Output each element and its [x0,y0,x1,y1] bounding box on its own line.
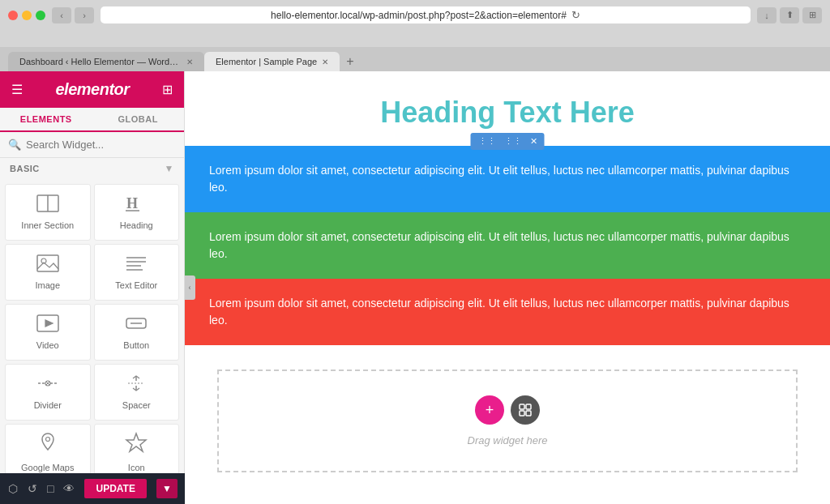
maximize-button[interactable] [36,11,45,20]
google-maps-widget[interactable]: Google Maps [5,424,91,481]
section-settings-icon[interactable]: ⋮⋮ [502,135,524,148]
inner-section-icon [36,194,59,216]
image-label: Image [35,280,60,290]
video-widget[interactable]: Video [5,304,91,361]
traffic-lights [8,11,45,20]
download-icon[interactable]: ↓ [757,7,777,23]
section-toolbar: ⋮⋮ ⋮⋮ ✕ [471,133,545,150]
tab-bar: Dashboard ‹ Hello Elementor — WordPress … [0,47,830,71]
add-template-button[interactable] [511,395,540,425]
share-icon[interactable]: ⬆ [780,7,799,23]
elementor-logo: elementor [55,80,129,99]
sidebar: ☰ elementor ⊞ ELEMENTS GLOBAL 🔍 BASIC ▼ [0,71,185,504]
svg-rect-4 [37,255,58,271]
icon-widget[interactable]: Icon [94,424,180,481]
tab-elementor-label: Elementor | Sample Page [216,57,317,66]
address-bar[interactable]: hello-elementor.local/wp-admin/post.php?… [101,6,751,23]
section-close-icon[interactable]: ✕ [528,135,540,148]
button-widget[interactable]: Button [94,304,180,361]
section-move-icon[interactable]: ⋮⋮ [476,135,498,148]
search-box: 🔍 [0,132,184,158]
responsive-icon[interactable]: □ [47,482,53,495]
tab-elementor[interactable]: Elementor | Sample Page ✕ [204,52,340,71]
history-icon[interactable]: ↺ [28,482,37,495]
map-icon [36,432,59,458]
canvas-inner: Heading Text Here Lorem ipsum dolor sit … [185,71,830,504]
browser-chrome: ‹ › hello-elementor.local/wp-admin/post.… [0,0,830,71]
tab-global-label: GLOBAL [118,114,158,124]
svg-text:H: H [126,195,138,211]
icon-icon [125,432,148,458]
sidebar-tabs: ELEMENTS GLOBAL [0,108,184,132]
search-input[interactable] [26,139,176,151]
forward-button[interactable]: › [75,7,94,23]
tab-global[interactable]: GLOBAL [92,108,185,130]
section-red[interactable]: Lorem ipsum dolor sit amet, consectetur … [185,279,830,345]
close-button[interactable] [8,11,18,20]
category-basic[interactable]: BASIC ▼ [0,158,184,179]
add-tab-button[interactable]: + [343,52,357,71]
heading-icon: H [125,194,148,216]
heading-widget[interactable]: H Heading [94,184,180,241]
update-arrow-button[interactable]: ▼ [156,479,178,498]
video-icon [36,314,59,335]
section-blue-text: Lorem ipsum dolor sit amet, consectetur … [209,162,806,196]
svg-rect-23 [520,404,524,409]
grid-icon[interactable]: ⊞ [162,82,173,97]
tab-elements[interactable]: ELEMENTS [0,108,92,132]
spacer-widget[interactable]: Spacer [94,364,180,421]
svg-rect-25 [520,411,524,416]
category-arrow-icon: ▼ [165,163,174,174]
section-red-text: Lorem ipsum dolor sit amet, consectetur … [209,295,806,329]
icon-label: Icon [128,463,145,472]
video-label: Video [36,340,59,350]
divider-widget[interactable]: Divider [5,364,91,421]
back-button[interactable]: ‹ [52,7,71,23]
browser-icons: ↓ ⬆ ⊞ [757,7,822,23]
main-layout: ☰ elementor ⊞ ELEMENTS GLOBAL 🔍 BASIC ▼ [0,71,830,504]
spacer-icon [125,374,148,395]
layers-icon[interactable]: ⬡ [8,482,18,495]
nav-buttons: ‹ › [52,7,94,23]
google-maps-label: Google Maps [21,463,74,472]
bottom-toolbar: ⬡ ↺ □ 👁 UPDATE ▼ [0,473,185,504]
hamburger-icon[interactable]: ☰ [11,82,23,97]
new-tab-icon[interactable]: ⊞ [802,7,822,23]
canvas: Heading Text Here Lorem ipsum dolor sit … [185,71,830,504]
section-green-text: Lorem ipsum dolor sit amet, consectetur … [209,229,806,263]
svg-rect-24 [526,404,531,409]
browser-titlebar: ‹ › hello-elementor.local/wp-admin/post.… [0,0,830,47]
image-widget[interactable]: Image [5,244,91,301]
minimize-button[interactable] [22,11,32,20]
svg-marker-22 [126,434,146,451]
button-label: Button [123,340,149,350]
preview-icon[interactable]: 👁 [63,482,75,495]
heading-label: Heading [120,220,153,230]
tab-wordpress-close[interactable]: ✕ [186,58,193,66]
sidebar-header: ☰ elementor ⊞ [0,71,184,108]
svg-marker-11 [45,320,53,327]
tab-elements-label: ELEMENTS [20,114,72,124]
address-text: hello-elementor.local/wp-admin/post.php?… [271,10,567,21]
svg-rect-26 [526,411,531,416]
inner-section-widget[interactable]: Inner Section [5,184,91,241]
text-editor-icon [125,254,148,275]
search-icon: 🔍 [8,139,21,151]
tab-elementor-close[interactable]: ✕ [322,58,328,66]
image-icon [36,254,59,275]
update-button[interactable]: UPDATE [84,479,146,498]
tab-wordpress[interactable]: Dashboard ‹ Hello Elementor — WordPress … [8,52,204,71]
add-section-button[interactable]: + [475,395,504,425]
svg-point-21 [45,437,49,441]
button-icon [125,314,148,335]
empty-section: + Drag widget here [217,369,798,472]
reload-icon[interactable]: ↻ [571,9,580,21]
section-blue[interactable]: Lorem ipsum dolor sit amet, consectetur … [185,146,830,212]
text-editor-widget[interactable]: Text Editor [94,244,180,301]
tab-wordpress-label: Dashboard ‹ Hello Elementor — WordPress [19,57,182,66]
section-green[interactable]: Lorem ipsum dolor sit amet, consectetur … [185,212,830,279]
text-editor-label: Text Editor [115,280,157,290]
drag-hint: Drag widget here [468,434,548,446]
widget-grid: Inner Section H Heading [0,179,184,482]
collapse-handle[interactable]: ‹ [185,275,195,300]
